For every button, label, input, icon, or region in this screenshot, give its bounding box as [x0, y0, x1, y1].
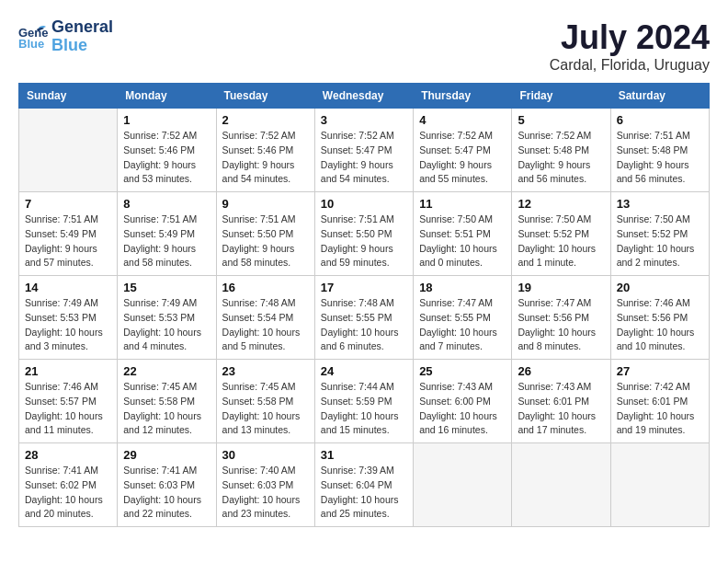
logo-text-blue: Blue — [51, 37, 113, 55]
calendar-cell: 23Sunrise: 7:45 AMSunset: 5:58 PMDayligh… — [216, 360, 314, 443]
day-number: 7 — [25, 197, 111, 211]
calendar-cell: 22Sunrise: 7:45 AMSunset: 5:58 PMDayligh… — [118, 360, 216, 443]
day-number: 3 — [321, 113, 407, 127]
day-info: Sunrise: 7:45 AMSunset: 5:58 PMDaylight:… — [123, 380, 210, 438]
day-number: 22 — [123, 364, 210, 378]
day-number: 1 — [123, 113, 210, 127]
page-title: July 2024 — [550, 18, 710, 57]
calendar-cell: 16Sunrise: 7:48 AMSunset: 5:54 PMDayligh… — [216, 276, 314, 360]
day-number: 26 — [518, 364, 604, 378]
calendar-cell: 15Sunrise: 7:49 AMSunset: 5:53 PMDayligh… — [118, 276, 216, 360]
calendar-cell — [512, 443, 610, 527]
day-number: 11 — [419, 197, 506, 211]
calendar-cell: 12Sunrise: 7:50 AMSunset: 5:52 PMDayligh… — [512, 192, 610, 276]
calendar-cell: 4Sunrise: 7:52 AMSunset: 5:47 PMDaylight… — [414, 109, 512, 192]
page-subtitle: Cardal, Florida, Uruguay — [550, 57, 710, 74]
day-number: 14 — [25, 281, 111, 294]
day-info: Sunrise: 7:51 AMSunset: 5:50 PMDaylight:… — [321, 213, 407, 270]
day-info: Sunrise: 7:47 AMSunset: 5:55 PMDaylight:… — [419, 296, 506, 354]
week-row-3: 14Sunrise: 7:49 AMSunset: 5:53 PMDayligh… — [19, 276, 710, 360]
day-info: Sunrise: 7:48 AMSunset: 5:54 PMDaylight:… — [222, 296, 309, 354]
day-info: Sunrise: 7:44 AMSunset: 5:59 PMDaylight:… — [321, 380, 407, 438]
calendar-cell: 6Sunrise: 7:51 AMSunset: 5:48 PMDaylight… — [610, 109, 709, 192]
day-info: Sunrise: 7:46 AMSunset: 5:57 PMDaylight:… — [25, 380, 111, 438]
day-number: 24 — [321, 364, 407, 378]
day-info: Sunrise: 7:52 AMSunset: 5:48 PMDaylight:… — [518, 129, 604, 187]
week-row-4: 21Sunrise: 7:46 AMSunset: 5:57 PMDayligh… — [19, 360, 710, 443]
calendar-cell: 1Sunrise: 7:52 AMSunset: 5:46 PMDaylight… — [118, 109, 216, 192]
day-header-thursday: Thursday — [414, 84, 512, 109]
day-number: 20 — [617, 281, 703, 294]
page-header: General Blue General Blue July 2024 Card… — [18, 18, 710, 74]
day-header-saturday: Saturday — [610, 84, 709, 109]
day-number: 6 — [617, 113, 703, 127]
calendar-cell: 21Sunrise: 7:46 AMSunset: 5:57 PMDayligh… — [19, 360, 118, 443]
day-number: 12 — [518, 197, 604, 211]
calendar-cell: 19Sunrise: 7:47 AMSunset: 5:56 PMDayligh… — [512, 276, 610, 360]
calendar-cell: 13Sunrise: 7:50 AMSunset: 5:52 PMDayligh… — [610, 192, 709, 276]
day-number: 30 — [222, 448, 309, 462]
calendar-cell: 28Sunrise: 7:41 AMSunset: 6:02 PMDayligh… — [19, 443, 118, 527]
week-row-1: 1Sunrise: 7:52 AMSunset: 5:46 PMDaylight… — [19, 109, 710, 192]
day-number: 15 — [123, 281, 210, 294]
calendar-cell — [414, 443, 512, 527]
day-number: 17 — [321, 281, 407, 294]
day-info: Sunrise: 7:50 AMSunset: 5:52 PMDaylight:… — [518, 213, 604, 270]
calendar-cell: 2Sunrise: 7:52 AMSunset: 5:46 PMDaylight… — [216, 109, 314, 192]
day-info: Sunrise: 7:49 AMSunset: 5:53 PMDaylight:… — [123, 296, 210, 354]
day-info: Sunrise: 7:41 AMSunset: 6:03 PMDaylight:… — [123, 464, 210, 522]
day-header-sunday: Sunday — [19, 84, 118, 109]
day-number: 27 — [617, 364, 703, 378]
calendar-cell — [19, 109, 118, 192]
days-of-week-row: SundayMondayTuesdayWednesdayThursdayFrid… — [19, 84, 710, 109]
calendar-body: 1Sunrise: 7:52 AMSunset: 5:46 PMDaylight… — [19, 109, 710, 527]
day-info: Sunrise: 7:49 AMSunset: 5:53 PMDaylight:… — [25, 296, 111, 354]
calendar-cell: 3Sunrise: 7:52 AMSunset: 5:47 PMDaylight… — [314, 109, 413, 192]
day-number: 9 — [222, 197, 309, 211]
calendar-header: SundayMondayTuesdayWednesdayThursdayFrid… — [19, 84, 710, 109]
day-number: 31 — [321, 448, 407, 462]
day-header-monday: Monday — [118, 84, 216, 109]
calendar-cell: 10Sunrise: 7:51 AMSunset: 5:50 PMDayligh… — [314, 192, 413, 276]
day-info: Sunrise: 7:42 AMSunset: 6:01 PMDaylight:… — [617, 380, 703, 438]
calendar-cell: 14Sunrise: 7:49 AMSunset: 5:53 PMDayligh… — [19, 276, 118, 360]
logo-icon: General Blue — [18, 24, 48, 50]
day-number: 4 — [419, 113, 506, 127]
day-info: Sunrise: 7:47 AMSunset: 5:56 PMDaylight:… — [518, 296, 604, 354]
calendar-cell: 18Sunrise: 7:47 AMSunset: 5:55 PMDayligh… — [414, 276, 512, 360]
day-number: 10 — [321, 197, 407, 211]
calendar-cell: 26Sunrise: 7:43 AMSunset: 6:01 PMDayligh… — [512, 360, 610, 443]
calendar-cell: 24Sunrise: 7:44 AMSunset: 5:59 PMDayligh… — [314, 360, 413, 443]
day-number: 18 — [419, 281, 506, 294]
day-info: Sunrise: 7:52 AMSunset: 5:47 PMDaylight:… — [419, 129, 506, 187]
day-info: Sunrise: 7:52 AMSunset: 5:46 PMDaylight:… — [222, 129, 309, 187]
day-info: Sunrise: 7:41 AMSunset: 6:02 PMDaylight:… — [25, 464, 111, 522]
day-info: Sunrise: 7:52 AMSunset: 5:46 PMDaylight:… — [123, 129, 210, 187]
title-section: July 2024 Cardal, Florida, Uruguay — [550, 18, 710, 74]
day-number: 2 — [222, 113, 309, 127]
day-info: Sunrise: 7:51 AMSunset: 5:48 PMDaylight:… — [617, 129, 703, 187]
day-info: Sunrise: 7:51 AMSunset: 5:49 PMDaylight:… — [25, 213, 111, 270]
day-info: Sunrise: 7:48 AMSunset: 5:55 PMDaylight:… — [321, 296, 407, 354]
day-header-friday: Friday — [512, 84, 610, 109]
day-number: 8 — [123, 197, 210, 211]
day-number: 23 — [222, 364, 309, 378]
day-number: 25 — [419, 364, 506, 378]
day-number: 13 — [617, 197, 703, 211]
logo: General Blue General Blue — [18, 18, 113, 55]
calendar-cell: 29Sunrise: 7:41 AMSunset: 6:03 PMDayligh… — [118, 443, 216, 527]
calendar-cell: 5Sunrise: 7:52 AMSunset: 5:48 PMDaylight… — [512, 109, 610, 192]
day-info: Sunrise: 7:39 AMSunset: 6:04 PMDaylight:… — [321, 464, 407, 522]
svg-text:Blue: Blue — [18, 37, 44, 50]
calendar-cell: 17Sunrise: 7:48 AMSunset: 5:55 PMDayligh… — [314, 276, 413, 360]
calendar-cell: 30Sunrise: 7:40 AMSunset: 6:03 PMDayligh… — [216, 443, 314, 527]
calendar-cell — [610, 443, 709, 527]
day-number: 29 — [123, 448, 210, 462]
day-info: Sunrise: 7:50 AMSunset: 5:51 PMDaylight:… — [419, 213, 506, 270]
week-row-2: 7Sunrise: 7:51 AMSunset: 5:49 PMDaylight… — [19, 192, 710, 276]
day-number: 5 — [518, 113, 604, 127]
day-header-tuesday: Tuesday — [216, 84, 314, 109]
day-number: 28 — [25, 448, 111, 462]
calendar-cell: 7Sunrise: 7:51 AMSunset: 5:49 PMDaylight… — [19, 192, 118, 276]
day-number: 21 — [25, 364, 111, 378]
